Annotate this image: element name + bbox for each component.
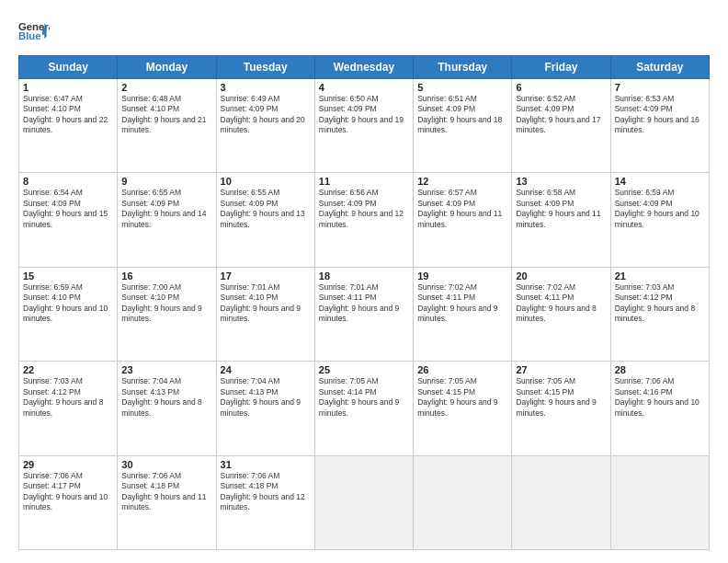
calendar-cell: 15Sunrise: 6:59 AM Sunset: 4:10 PM Dayli… bbox=[19, 267, 118, 361]
calendar-cell: 31Sunrise: 7:06 AM Sunset: 4:18 PM Dayli… bbox=[216, 455, 314, 549]
day-number: 11 bbox=[319, 176, 409, 187]
day-number: 7 bbox=[615, 82, 705, 93]
weekday-header-monday: Monday bbox=[118, 56, 216, 79]
cell-info: Sunrise: 7:06 AM Sunset: 4:18 PM Dayligh… bbox=[121, 471, 211, 513]
cell-info: Sunrise: 6:53 AM Sunset: 4:09 PM Dayligh… bbox=[615, 94, 705, 136]
cell-info: Sunrise: 7:00 AM Sunset: 4:10 PM Dayligh… bbox=[121, 282, 211, 325]
day-number: 24 bbox=[221, 364, 311, 375]
cell-info: Sunrise: 6:50 AM Sunset: 4:09 PM Dayligh… bbox=[319, 94, 409, 136]
cell-info: Sunrise: 6:52 AM Sunset: 4:09 PM Dayligh… bbox=[516, 94, 606, 136]
calendar-cell: 11Sunrise: 6:56 AM Sunset: 4:09 PM Dayli… bbox=[314, 173, 413, 267]
calendar-cell: 10Sunrise: 6:55 AM Sunset: 4:09 PM Dayli… bbox=[216, 173, 314, 267]
cell-info: Sunrise: 6:55 AM Sunset: 4:09 PM Dayligh… bbox=[221, 188, 311, 230]
calendar-cell: 4Sunrise: 6:50 AM Sunset: 4:09 PM Daylig… bbox=[314, 79, 413, 173]
calendar-cell: 3Sunrise: 6:49 AM Sunset: 4:09 PM Daylig… bbox=[216, 79, 314, 173]
day-number: 9 bbox=[121, 176, 211, 187]
calendar-cell: 6Sunrise: 6:52 AM Sunset: 4:09 PM Daylig… bbox=[512, 79, 610, 173]
day-number: 4 bbox=[319, 82, 409, 93]
weekday-header-thursday: Thursday bbox=[414, 56, 512, 79]
svg-text:Blue: Blue bbox=[18, 31, 41, 42]
calendar-cell bbox=[512, 455, 610, 549]
day-number: 8 bbox=[23, 176, 113, 187]
weekday-header-saturday: Saturday bbox=[610, 56, 709, 79]
cell-info: Sunrise: 6:51 AM Sunset: 4:09 PM Dayligh… bbox=[417, 94, 507, 136]
cell-info: Sunrise: 6:55 AM Sunset: 4:09 PM Dayligh… bbox=[121, 188, 211, 230]
cell-info: Sunrise: 6:59 AM Sunset: 4:09 PM Dayligh… bbox=[615, 188, 705, 230]
cell-info: Sunrise: 6:59 AM Sunset: 4:10 PM Dayligh… bbox=[23, 282, 113, 325]
week-row-2: 8Sunrise: 6:54 AM Sunset: 4:09 PM Daylig… bbox=[19, 173, 710, 267]
calendar-cell: 2Sunrise: 6:48 AM Sunset: 4:10 PM Daylig… bbox=[118, 79, 216, 173]
calendar-cell: 14Sunrise: 6:59 AM Sunset: 4:09 PM Dayli… bbox=[610, 173, 709, 267]
day-number: 21 bbox=[615, 270, 705, 282]
day-number: 27 bbox=[516, 364, 606, 375]
calendar-cell: 9Sunrise: 6:55 AM Sunset: 4:09 PM Daylig… bbox=[118, 173, 216, 267]
calendar-cell bbox=[610, 455, 709, 549]
cell-info: Sunrise: 7:04 AM Sunset: 4:13 PM Dayligh… bbox=[121, 376, 211, 419]
day-number: 6 bbox=[516, 82, 606, 93]
logo: General Blue bbox=[18, 17, 50, 48]
cell-info: Sunrise: 6:48 AM Sunset: 4:10 PM Dayligh… bbox=[121, 94, 211, 136]
calendar-cell: 19Sunrise: 7:02 AM Sunset: 4:11 PM Dayli… bbox=[414, 267, 512, 361]
cell-info: Sunrise: 6:57 AM Sunset: 4:09 PM Dayligh… bbox=[417, 188, 507, 230]
day-number: 19 bbox=[417, 270, 507, 282]
calendar-cell: 23Sunrise: 7:04 AM Sunset: 4:13 PM Dayli… bbox=[118, 362, 216, 455]
day-number: 3 bbox=[221, 82, 311, 93]
day-number: 14 bbox=[615, 176, 705, 187]
cell-info: Sunrise: 7:06 AM Sunset: 4:17 PM Dayligh… bbox=[23, 471, 113, 513]
calendar-cell: 12Sunrise: 6:57 AM Sunset: 4:09 PM Dayli… bbox=[414, 173, 512, 267]
cell-info: Sunrise: 7:01 AM Sunset: 4:11 PM Dayligh… bbox=[319, 282, 409, 325]
day-number: 31 bbox=[221, 459, 311, 470]
calendar-cell: 26Sunrise: 7:05 AM Sunset: 4:15 PM Dayli… bbox=[414, 362, 512, 455]
calendar-cell: 22Sunrise: 7:03 AM Sunset: 4:12 PM Dayli… bbox=[19, 362, 118, 455]
day-number: 13 bbox=[516, 176, 606, 187]
cell-info: Sunrise: 6:47 AM Sunset: 4:10 PM Dayligh… bbox=[23, 94, 113, 136]
cell-info: Sunrise: 6:56 AM Sunset: 4:09 PM Dayligh… bbox=[319, 188, 409, 230]
week-row-1: 1Sunrise: 6:47 AM Sunset: 4:10 PM Daylig… bbox=[19, 79, 710, 173]
header: General Blue bbox=[18, 17, 710, 48]
day-number: 5 bbox=[417, 82, 507, 93]
day-number: 12 bbox=[417, 176, 507, 187]
calendar-cell: 28Sunrise: 7:06 AM Sunset: 4:16 PM Dayli… bbox=[610, 362, 709, 455]
weekday-header-wednesday: Wednesday bbox=[314, 56, 413, 79]
calendar-cell: 5Sunrise: 6:51 AM Sunset: 4:09 PM Daylig… bbox=[414, 79, 512, 173]
day-number: 10 bbox=[221, 176, 311, 187]
calendar-cell: 25Sunrise: 7:05 AM Sunset: 4:14 PM Dayli… bbox=[314, 362, 413, 455]
day-number: 23 bbox=[121, 364, 211, 375]
day-number: 26 bbox=[417, 364, 507, 375]
day-number: 30 bbox=[121, 459, 211, 470]
calendar-cell: 16Sunrise: 7:00 AM Sunset: 4:10 PM Dayli… bbox=[118, 267, 216, 361]
calendar-cell: 8Sunrise: 6:54 AM Sunset: 4:09 PM Daylig… bbox=[19, 173, 118, 267]
cell-info: Sunrise: 7:01 AM Sunset: 4:10 PM Dayligh… bbox=[221, 282, 311, 325]
weekday-header-friday: Friday bbox=[512, 56, 610, 79]
weekday-header-sunday: Sunday bbox=[19, 56, 118, 79]
calendar-cell bbox=[314, 455, 413, 549]
cell-info: Sunrise: 6:54 AM Sunset: 4:09 PM Dayligh… bbox=[23, 188, 113, 230]
weekday-header-row: SundayMondayTuesdayWednesdayThursdayFrid… bbox=[19, 56, 710, 79]
calendar-cell: 17Sunrise: 7:01 AM Sunset: 4:10 PM Dayli… bbox=[216, 267, 314, 361]
cell-info: Sunrise: 7:06 AM Sunset: 4:16 PM Dayligh… bbox=[615, 376, 705, 419]
calendar-cell: 27Sunrise: 7:05 AM Sunset: 4:15 PM Dayli… bbox=[512, 362, 610, 455]
week-row-5: 29Sunrise: 7:06 AM Sunset: 4:17 PM Dayli… bbox=[19, 455, 710, 549]
calendar-cell bbox=[414, 455, 512, 549]
calendar-cell: 7Sunrise: 6:53 AM Sunset: 4:09 PM Daylig… bbox=[610, 79, 709, 173]
day-number: 18 bbox=[319, 270, 409, 282]
weekday-header-tuesday: Tuesday bbox=[216, 56, 314, 79]
day-number: 1 bbox=[23, 82, 113, 93]
calendar-table: SundayMondayTuesdayWednesdayThursdayFrid… bbox=[18, 55, 710, 550]
day-number: 17 bbox=[221, 270, 311, 282]
cell-info: Sunrise: 7:04 AM Sunset: 4:13 PM Dayligh… bbox=[221, 376, 311, 419]
calendar-cell: 29Sunrise: 7:06 AM Sunset: 4:17 PM Dayli… bbox=[19, 455, 118, 549]
day-number: 22 bbox=[23, 364, 113, 375]
cell-info: Sunrise: 7:05 AM Sunset: 4:14 PM Dayligh… bbox=[319, 376, 409, 419]
cell-info: Sunrise: 7:02 AM Sunset: 4:11 PM Dayligh… bbox=[516, 282, 606, 325]
cell-info: Sunrise: 7:05 AM Sunset: 4:15 PM Dayligh… bbox=[516, 376, 606, 419]
day-number: 25 bbox=[319, 364, 409, 375]
cell-info: Sunrise: 7:05 AM Sunset: 4:15 PM Dayligh… bbox=[417, 376, 507, 419]
logo-icon: General Blue bbox=[18, 17, 50, 48]
calendar-cell: 30Sunrise: 7:06 AM Sunset: 4:18 PM Dayli… bbox=[118, 455, 216, 549]
cell-info: Sunrise: 6:49 AM Sunset: 4:09 PM Dayligh… bbox=[221, 94, 311, 136]
calendar-cell: 24Sunrise: 7:04 AM Sunset: 4:13 PM Dayli… bbox=[216, 362, 314, 455]
cell-info: Sunrise: 7:03 AM Sunset: 4:12 PM Dayligh… bbox=[23, 376, 113, 419]
week-row-3: 15Sunrise: 6:59 AM Sunset: 4:10 PM Dayli… bbox=[19, 267, 710, 361]
calendar-cell: 21Sunrise: 7:03 AM Sunset: 4:12 PM Dayli… bbox=[610, 267, 709, 361]
